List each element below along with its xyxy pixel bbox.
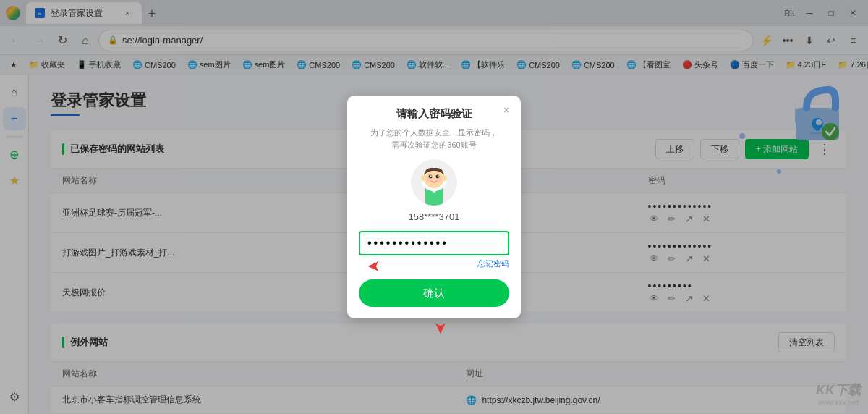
svg-point-16 — [441, 175, 447, 181]
modal-username: 158****3701 — [359, 211, 509, 222]
svg-point-12 — [438, 175, 439, 177]
arrow-to-input: ➤ — [367, 257, 380, 276]
password-verify-modal: × 请输入密码验证 为了您的个人数据安全，显示密码，需再次验证您的360账号 — [347, 96, 521, 318]
password-input[interactable] — [359, 231, 509, 255]
svg-point-11 — [430, 175, 432, 177]
arrow-to-confirm: ➤ — [431, 321, 450, 334]
forgot-password-link[interactable]: 忘记密码 — [359, 258, 509, 269]
modal-overlay[interactable]: × 请输入密码验证 为了您的个人数据安全，显示密码，需再次验证您的360账号 — [0, 0, 868, 414]
svg-point-15 — [421, 175, 427, 181]
confirm-btn[interactable]: 确认 — [359, 279, 509, 307]
user-avatar — [411, 159, 457, 206]
modal-close-btn[interactable]: × — [499, 103, 514, 117]
modal-title: 请输入密码验证 — [359, 107, 509, 121]
modal-description: 为了您的个人数据安全，显示密码，需再次验证您的360账号 — [359, 127, 509, 151]
